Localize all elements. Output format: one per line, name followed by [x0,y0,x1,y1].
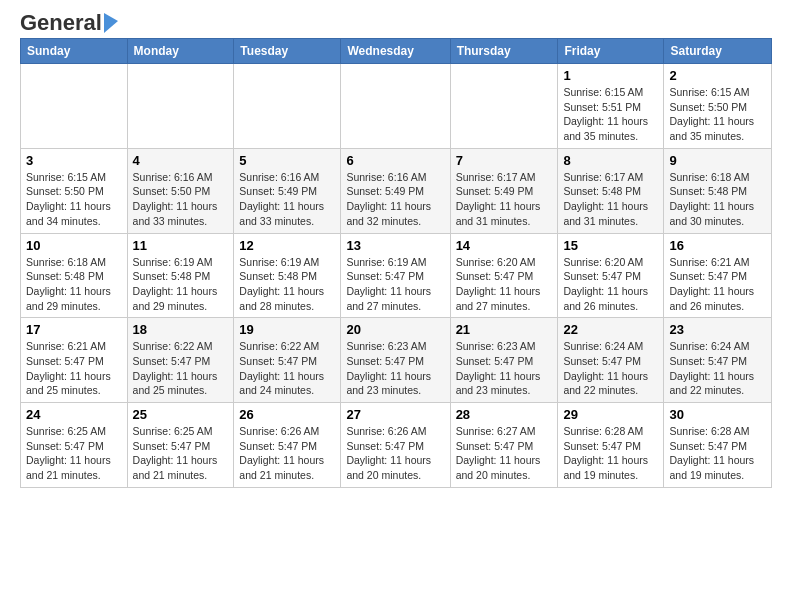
weekday-header-sunday: Sunday [21,39,128,64]
weekday-header-saturday: Saturday [664,39,772,64]
day-number: 25 [133,407,229,422]
calendar-cell [127,64,234,149]
logo-general2: General [20,10,102,36]
day-detail: Sunrise: 6:28 AM Sunset: 5:47 PM Dayligh… [563,424,658,483]
day-detail: Sunrise: 6:28 AM Sunset: 5:47 PM Dayligh… [669,424,766,483]
calendar-cell: 10Sunrise: 6:18 AM Sunset: 5:48 PM Dayli… [21,233,128,318]
day-number: 18 [133,322,229,337]
day-number: 6 [346,153,444,168]
weekday-header-wednesday: Wednesday [341,39,450,64]
day-number: 17 [26,322,122,337]
day-number: 13 [346,238,444,253]
weekday-header-thursday: Thursday [450,39,558,64]
day-detail: Sunrise: 6:26 AM Sunset: 5:47 PM Dayligh… [239,424,335,483]
day-number: 24 [26,407,122,422]
day-detail: Sunrise: 6:20 AM Sunset: 5:47 PM Dayligh… [456,255,553,314]
day-detail: Sunrise: 6:18 AM Sunset: 5:48 PM Dayligh… [26,255,122,314]
svg-marker-1 [104,13,118,33]
day-detail: Sunrise: 6:15 AM Sunset: 5:50 PM Dayligh… [26,170,122,229]
day-detail: Sunrise: 6:23 AM Sunset: 5:47 PM Dayligh… [346,339,444,398]
day-detail: Sunrise: 6:18 AM Sunset: 5:48 PM Dayligh… [669,170,766,229]
calendar-cell [341,64,450,149]
calendar-cell: 3Sunrise: 6:15 AM Sunset: 5:50 PM Daylig… [21,148,128,233]
day-detail: Sunrise: 6:17 AM Sunset: 5:48 PM Dayligh… [563,170,658,229]
day-number: 3 [26,153,122,168]
page: General SundayMondayTuesdayWednesdayThur… [0,0,792,498]
day-number: 1 [563,68,658,83]
logo-triangle [104,13,118,33]
weekday-header-monday: Monday [127,39,234,64]
calendar-cell [450,64,558,149]
calendar-cell: 30Sunrise: 6:28 AM Sunset: 5:47 PM Dayli… [664,403,772,488]
week-row-5: 24Sunrise: 6:25 AM Sunset: 5:47 PM Dayli… [21,403,772,488]
calendar-cell: 6Sunrise: 6:16 AM Sunset: 5:49 PM Daylig… [341,148,450,233]
calendar-cell: 20Sunrise: 6:23 AM Sunset: 5:47 PM Dayli… [341,318,450,403]
calendar-cell: 26Sunrise: 6:26 AM Sunset: 5:47 PM Dayli… [234,403,341,488]
day-number: 21 [456,322,553,337]
calendar-cell: 28Sunrise: 6:27 AM Sunset: 5:47 PM Dayli… [450,403,558,488]
day-number: 22 [563,322,658,337]
day-number: 26 [239,407,335,422]
day-number: 2 [669,68,766,83]
calendar-cell: 21Sunrise: 6:23 AM Sunset: 5:47 PM Dayli… [450,318,558,403]
weekday-header-friday: Friday [558,39,664,64]
day-number: 23 [669,322,766,337]
day-number: 29 [563,407,658,422]
day-detail: Sunrise: 6:25 AM Sunset: 5:47 PM Dayligh… [133,424,229,483]
week-row-4: 17Sunrise: 6:21 AM Sunset: 5:47 PM Dayli… [21,318,772,403]
day-number: 9 [669,153,766,168]
calendar-cell: 18Sunrise: 6:22 AM Sunset: 5:47 PM Dayli… [127,318,234,403]
day-number: 19 [239,322,335,337]
week-row-3: 10Sunrise: 6:18 AM Sunset: 5:48 PM Dayli… [21,233,772,318]
day-number: 7 [456,153,553,168]
calendar-cell: 22Sunrise: 6:24 AM Sunset: 5:47 PM Dayli… [558,318,664,403]
day-number: 14 [456,238,553,253]
day-detail: Sunrise: 6:19 AM Sunset: 5:47 PM Dayligh… [346,255,444,314]
day-number: 11 [133,238,229,253]
day-number: 20 [346,322,444,337]
calendar-cell [21,64,128,149]
calendar-cell: 2Sunrise: 6:15 AM Sunset: 5:50 PM Daylig… [664,64,772,149]
day-number: 28 [456,407,553,422]
day-detail: Sunrise: 6:15 AM Sunset: 5:50 PM Dayligh… [669,85,766,144]
calendar-cell: 7Sunrise: 6:17 AM Sunset: 5:49 PM Daylig… [450,148,558,233]
calendar-cell: 17Sunrise: 6:21 AM Sunset: 5:47 PM Dayli… [21,318,128,403]
day-detail: Sunrise: 6:16 AM Sunset: 5:50 PM Dayligh… [133,170,229,229]
day-number: 15 [563,238,658,253]
day-detail: Sunrise: 6:23 AM Sunset: 5:47 PM Dayligh… [456,339,553,398]
calendar-cell: 14Sunrise: 6:20 AM Sunset: 5:47 PM Dayli… [450,233,558,318]
calendar-cell [234,64,341,149]
calendar-cell: 11Sunrise: 6:19 AM Sunset: 5:48 PM Dayli… [127,233,234,318]
day-number: 16 [669,238,766,253]
calendar-cell: 13Sunrise: 6:19 AM Sunset: 5:47 PM Dayli… [341,233,450,318]
day-detail: Sunrise: 6:16 AM Sunset: 5:49 PM Dayligh… [346,170,444,229]
calendar-cell: 12Sunrise: 6:19 AM Sunset: 5:48 PM Dayli… [234,233,341,318]
calendar-cell: 24Sunrise: 6:25 AM Sunset: 5:47 PM Dayli… [21,403,128,488]
day-number: 30 [669,407,766,422]
calendar-cell: 8Sunrise: 6:17 AM Sunset: 5:48 PM Daylig… [558,148,664,233]
day-detail: Sunrise: 6:22 AM Sunset: 5:47 PM Dayligh… [239,339,335,398]
day-number: 27 [346,407,444,422]
calendar-cell: 23Sunrise: 6:24 AM Sunset: 5:47 PM Dayli… [664,318,772,403]
day-detail: Sunrise: 6:24 AM Sunset: 5:47 PM Dayligh… [563,339,658,398]
calendar-header-row: SundayMondayTuesdayWednesdayThursdayFrid… [21,39,772,64]
calendar-cell: 19Sunrise: 6:22 AM Sunset: 5:47 PM Dayli… [234,318,341,403]
weekday-header-tuesday: Tuesday [234,39,341,64]
calendar-cell: 25Sunrise: 6:25 AM Sunset: 5:47 PM Dayli… [127,403,234,488]
day-detail: Sunrise: 6:16 AM Sunset: 5:49 PM Dayligh… [239,170,335,229]
header: General [20,16,772,32]
week-row-2: 3Sunrise: 6:15 AM Sunset: 5:50 PM Daylig… [21,148,772,233]
calendar-cell: 15Sunrise: 6:20 AM Sunset: 5:47 PM Dayli… [558,233,664,318]
day-detail: Sunrise: 6:24 AM Sunset: 5:47 PM Dayligh… [669,339,766,398]
day-detail: Sunrise: 6:25 AM Sunset: 5:47 PM Dayligh… [26,424,122,483]
calendar-cell: 1Sunrise: 6:15 AM Sunset: 5:51 PM Daylig… [558,64,664,149]
day-detail: Sunrise: 6:26 AM Sunset: 5:47 PM Dayligh… [346,424,444,483]
day-number: 8 [563,153,658,168]
day-detail: Sunrise: 6:21 AM Sunset: 5:47 PM Dayligh… [26,339,122,398]
day-detail: Sunrise: 6:20 AM Sunset: 5:47 PM Dayligh… [563,255,658,314]
day-number: 10 [26,238,122,253]
calendar-cell: 9Sunrise: 6:18 AM Sunset: 5:48 PM Daylig… [664,148,772,233]
calendar-cell: 16Sunrise: 6:21 AM Sunset: 5:47 PM Dayli… [664,233,772,318]
day-detail: Sunrise: 6:21 AM Sunset: 5:47 PM Dayligh… [669,255,766,314]
day-number: 4 [133,153,229,168]
